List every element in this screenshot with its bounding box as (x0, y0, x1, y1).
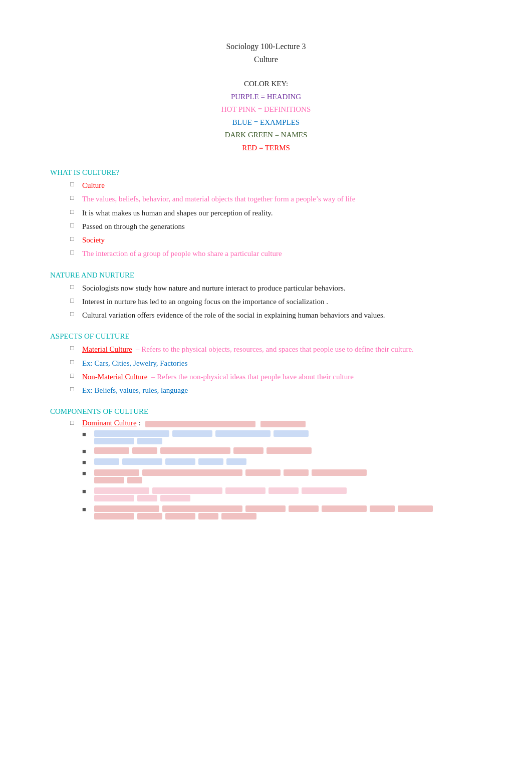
plain-human: It is what makes us human and shapes our… (82, 207, 482, 219)
non-material-culture-item: Non-Material Culture – Refers the non-ph… (82, 371, 482, 383)
plain-sociologists: Sociologists now study how nature and nu… (82, 283, 482, 294)
blurred-span (152, 487, 222, 494)
list-item: □ Culture (50, 180, 482, 191)
page-header: Sociology 100-Lecture 3 Culture (50, 40, 482, 66)
bullet-icon: ■ (82, 430, 91, 438)
blurred-span (160, 495, 190, 501)
blurred-span (137, 513, 162, 519)
bullet-icon: □ (70, 372, 79, 380)
bullet-icon: □ (70, 419, 79, 427)
blurred-line-group (94, 477, 482, 483)
blurred-line-group (94, 469, 482, 476)
blurred-text (94, 447, 482, 455)
color-key-section: COLOR KEY: PURPLE = HEADING HOT PINK = D… (50, 78, 482, 154)
list-item: □ The interaction of a group of people w… (50, 248, 482, 259)
blurred-span (94, 513, 134, 519)
bullet-icon: □ (70, 180, 79, 188)
blurred-row: ■ (82, 458, 482, 466)
blurred-row: ■ (82, 505, 482, 520)
term-culture: Culture (82, 180, 482, 191)
def-material-culture: – Refers to the physical objects, resour… (132, 345, 414, 353)
blurred-span (94, 430, 169, 437)
plain-passed: Passed on through the generations (82, 221, 482, 232)
list-item: □ Sociologists now study how nature and … (50, 283, 482, 294)
list-item: □ Passed on through the generations (50, 221, 482, 232)
blurred-line-group (94, 438, 482, 444)
list-item: □ Material Culture – Refers to the physi… (50, 344, 482, 355)
material-culture-item: Material Culture – Refers to the physica… (82, 344, 482, 355)
blurred-text (94, 505, 482, 520)
list-item: □ Society (50, 234, 482, 246)
blurred-inline (145, 421, 255, 427)
blurred-text (94, 487, 482, 502)
list-item: □ Ex: Beliefs, values, rules, language (50, 385, 482, 396)
bullet-icon: □ (70, 194, 79, 202)
def-non-material-culture: – Refers the non-physical ideas that peo… (147, 373, 354, 381)
term-material-culture: Material Culture (82, 345, 132, 353)
def-society: The interaction of a group of people who… (82, 248, 482, 259)
color-key-red: RED = TERMS (50, 142, 482, 155)
bullet-icon: □ (70, 358, 79, 366)
blurred-text (94, 469, 482, 484)
dominant-culture-label: Dominant Culture : (82, 419, 482, 427)
blurred-span (132, 447, 157, 454)
section-heading-components: COMPONENTS OF CULTURE (50, 407, 482, 416)
blurred-span (94, 505, 159, 512)
list-item: □ Cultural variation offers evidence of … (50, 310, 482, 321)
bullet-icon: □ (70, 208, 79, 216)
section-heading-nature: NATURE AND NURTURE (50, 271, 482, 280)
term-society: Society (82, 234, 482, 246)
blurred-span (226, 458, 246, 465)
blurred-span (302, 487, 347, 494)
blurred-span (162, 505, 242, 512)
blurred-span (94, 469, 139, 476)
blurred-span (165, 513, 195, 519)
blurred-line-group (94, 447, 482, 454)
blurred-span (225, 487, 265, 494)
blurred-span (127, 477, 142, 483)
blurred-span (289, 505, 319, 512)
blurred-span (322, 505, 367, 512)
blurred-span (312, 469, 367, 476)
plain-cultural: Cultural variation offers evidence of th… (82, 310, 482, 321)
blurred-span (274, 430, 309, 437)
dominant-culture-row: □ Dominant Culture : (70, 419, 482, 427)
bullet-icon: ■ (82, 458, 91, 466)
blurred-line-group (94, 458, 482, 465)
bullet-icon: □ (70, 297, 79, 305)
blurred-span (122, 458, 162, 465)
bullet-icon: □ (70, 283, 79, 291)
list-item: □ Interest in nurture has led to an ongo… (50, 296, 482, 308)
list-item: □ Non-Material Culture – Refers the non-… (50, 371, 482, 383)
bullet-icon: □ (70, 385, 79, 393)
culture-list: □ Culture □ The values, beliefs, behavio… (50, 180, 482, 260)
blurred-span (94, 487, 149, 494)
blurred-span (137, 495, 157, 501)
bullet-icon: □ (70, 221, 79, 229)
bullet-icon: □ (70, 310, 79, 318)
section-heading-culture: WHAT IS CULTURE? (50, 168, 482, 177)
blurred-span (221, 513, 256, 519)
bullet-icon: □ (70, 248, 79, 256)
blurred-span (94, 447, 129, 454)
color-key-blue: BLUE = EXAMPLES (50, 116, 482, 129)
blurred-span (284, 469, 309, 476)
blurred-row: ■ (82, 430, 482, 445)
bullet-icon: □ (70, 235, 79, 243)
blurred-line-group (94, 513, 482, 519)
blurred-span (370, 505, 395, 512)
example-material: Ex: Cars, Cities, Jewelry, Factories (82, 358, 482, 369)
blurred-span (398, 505, 433, 512)
blurred-span (137, 438, 162, 444)
blurred-span (165, 458, 195, 465)
bullet-icon: ■ (82, 447, 91, 455)
example-non-material: Ex: Beliefs, values, rules, language (82, 385, 482, 396)
bullet-icon: □ (70, 344, 79, 352)
blurred-line-group (94, 430, 482, 437)
bullet-icon: ■ (82, 505, 91, 513)
page-title-line2: Culture (50, 53, 482, 66)
term-dominant-culture: Dominant Culture (82, 419, 137, 427)
blurred-line-group (94, 495, 482, 501)
blurred-span (198, 458, 223, 465)
blurred-span (245, 505, 286, 512)
